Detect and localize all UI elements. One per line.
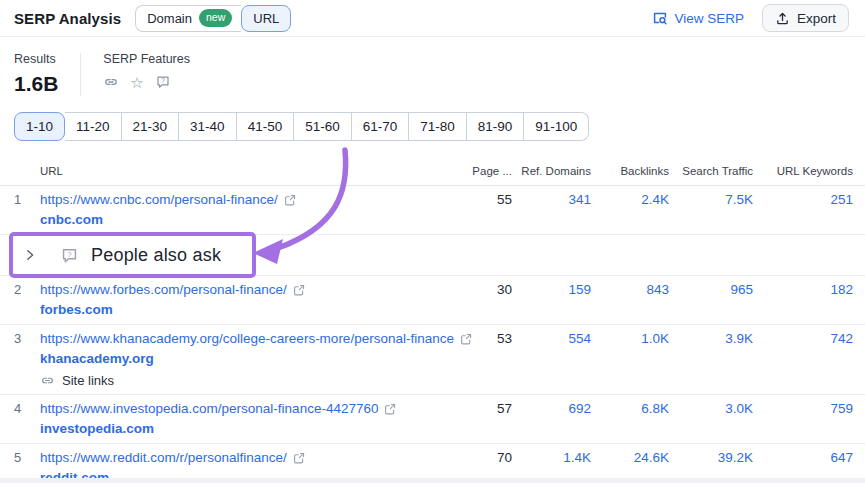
result-url-link[interactable]: https://www.khanacademy.org/college-care… — [40, 330, 454, 347]
svg-text:?: ? — [67, 250, 71, 259]
url-cell: 1 https://www.cnbc.com/personal-finance/… — [14, 191, 452, 228]
table-row: 1 https://www.cnbc.com/personal-finance/… — [0, 186, 865, 235]
view-serp-button[interactable]: View SERP — [652, 10, 744, 26]
toggle-domain[interactable]: Domain new — [135, 5, 241, 32]
results-value: 1.6B — [14, 72, 58, 96]
url-cell: 3 https://www.khanacademy.org/college-ca… — [14, 330, 452, 388]
column-url-keywords[interactable]: URL Keywords — [753, 165, 853, 177]
search-traffic-cell[interactable]: 3.9K — [725, 331, 753, 346]
result-url-link[interactable]: https://www.reddit.com/r/personalfinance… — [40, 449, 287, 466]
column-search-traffic[interactable]: Search Traffic — [669, 165, 753, 177]
export-button[interactable]: Export — [762, 4, 849, 32]
serp-feature-icons: ☆ ? — [103, 74, 190, 90]
results-label: Results — [14, 52, 58, 66]
page-range-91-100[interactable]: 91-100 — [524, 112, 589, 141]
backlinks-cell[interactable]: 24.6K — [634, 450, 669, 465]
domain-url-toggle: Domain new URL — [135, 5, 291, 32]
url-cell: 4 https://www.investopedia.com/personal-… — [14, 400, 452, 437]
backlinks-cell[interactable]: 1.0K — [641, 331, 669, 346]
search-traffic-cell[interactable]: 3.0K — [725, 401, 753, 416]
url-keywords-cell[interactable]: 742 — [830, 331, 853, 346]
results-stat: Results 1.6B — [14, 52, 58, 96]
ref-domains-cell[interactable]: 1.4K — [563, 450, 591, 465]
result-url-link[interactable]: https://www.forbes.com/personal-finance/ — [40, 281, 287, 298]
people-also-ask-row[interactable]: ? People also ask — [0, 235, 865, 276]
column-ref-domains[interactable]: Ref. Domains — [512, 165, 591, 177]
serp-pagination: 1-10 11-20 21-30 31-40 41-50 51-60 61-70… — [14, 112, 589, 141]
result-domain-link[interactable]: cnbc.com — [40, 212, 103, 227]
column-url: URL — [14, 165, 452, 177]
new-badge: new — [199, 9, 232, 27]
url-cell: 2 https://www.forbes.com/personal-financ… — [14, 281, 452, 318]
page-range-1-10[interactable]: 1-10 — [14, 112, 65, 141]
page-range-51-60[interactable]: 51-60 — [294, 112, 352, 141]
people-also-ask-feature-icon[interactable]: ? — [155, 74, 171, 90]
stats-bar: Results 1.6B SERP Features ☆ ? — [0, 37, 865, 106]
rank: 2 — [14, 281, 40, 298]
external-link-icon[interactable] — [283, 193, 297, 207]
panel-header: SERP Analysis Domain new URL View SERP — [0, 0, 865, 37]
rank: 1 — [14, 191, 40, 208]
external-link-icon[interactable] — [292, 283, 306, 297]
ref-domains-cell[interactable]: 554 — [568, 331, 591, 346]
table-row: 2 https://www.forbes.com/personal-financ… — [0, 276, 865, 325]
site-links-label: Site links — [62, 373, 114, 388]
rank: 3 — [14, 330, 40, 347]
toggle-domain-label: Domain — [147, 11, 192, 26]
chevron-right-icon[interactable] — [23, 248, 37, 262]
url-keywords-cell[interactable]: 759 — [830, 401, 853, 416]
result-url-link[interactable]: https://www.investopedia.com/personal-fi… — [40, 400, 378, 417]
page-range-61-70[interactable]: 61-70 — [352, 112, 410, 141]
page-score-cell: 55 — [452, 191, 512, 208]
question-bubble-icon: ? — [60, 246, 79, 265]
search-traffic-cell[interactable]: 965 — [730, 282, 753, 297]
result-domain-link[interactable]: forbes.com — [40, 302, 113, 317]
page-range-41-50[interactable]: 41-50 — [237, 112, 295, 141]
ref-domains-cell[interactable]: 159 — [568, 282, 591, 297]
page-score-cell: 30 — [452, 281, 512, 298]
ref-domains-cell[interactable]: 692 — [568, 401, 591, 416]
search-traffic-cell[interactable]: 39.2K — [718, 450, 753, 465]
page-range-11-20[interactable]: 11-20 — [65, 112, 122, 141]
sitelinks-feature-icon[interactable] — [103, 74, 119, 90]
result-domain-link[interactable]: investopedia.com — [40, 421, 154, 436]
backlinks-cell[interactable]: 843 — [646, 282, 669, 297]
table-row: 4 https://www.investopedia.com/personal-… — [0, 395, 865, 444]
table-row: 3 https://www.khanacademy.org/college-ca… — [0, 325, 865, 395]
page-range-81-90[interactable]: 81-90 — [467, 112, 525, 141]
people-also-ask-label: People also ask — [91, 245, 221, 266]
url-keywords-cell[interactable]: 182 — [830, 282, 853, 297]
page-range-31-40[interactable]: 31-40 — [179, 112, 237, 141]
external-link-icon[interactable] — [292, 451, 306, 465]
rank: 4 — [14, 400, 40, 417]
reviews-feature-icon[interactable]: ☆ — [130, 75, 143, 90]
table-header: URL Page ... Ref. Domains Backlinks Sear… — [0, 157, 865, 186]
ref-domains-cell[interactable]: 341 — [568, 192, 591, 207]
toggle-url[interactable]: URL — [241, 5, 291, 32]
url-keywords-cell[interactable]: 251 — [830, 192, 853, 207]
stats-divider — [80, 53, 81, 96]
url-keywords-cell[interactable]: 647 — [830, 450, 853, 465]
next-row-peek — [0, 478, 865, 483]
view-serp-icon — [652, 10, 668, 26]
sitelinks-icon — [40, 373, 55, 388]
result-url-link[interactable]: https://www.cnbc.com/personal-finance/ — [40, 191, 278, 208]
page-score-cell: 57 — [452, 400, 512, 417]
page-range-21-30[interactable]: 21-30 — [122, 112, 180, 141]
column-page[interactable]: Page ... — [452, 165, 512, 177]
page-range-71-80[interactable]: 71-80 — [409, 112, 467, 141]
column-backlinks[interactable]: Backlinks — [591, 165, 669, 177]
rank: 5 — [14, 449, 40, 466]
backlinks-cell[interactable]: 6.8K — [641, 401, 669, 416]
backlinks-cell[interactable]: 2.4K — [641, 192, 669, 207]
export-icon — [775, 11, 790, 26]
page-score-cell: 70 — [452, 449, 512, 466]
header-actions: View SERP Export — [652, 4, 849, 32]
serp-features-label: SERP Features — [103, 52, 190, 66]
result-domain-link[interactable]: khanacademy.org — [40, 351, 154, 366]
toggle-url-label: URL — [253, 11, 279, 26]
site-links-row[interactable]: Site links — [40, 373, 452, 388]
external-link-icon[interactable] — [383, 402, 397, 416]
export-label: Export — [797, 11, 836, 26]
search-traffic-cell[interactable]: 7.5K — [725, 192, 753, 207]
